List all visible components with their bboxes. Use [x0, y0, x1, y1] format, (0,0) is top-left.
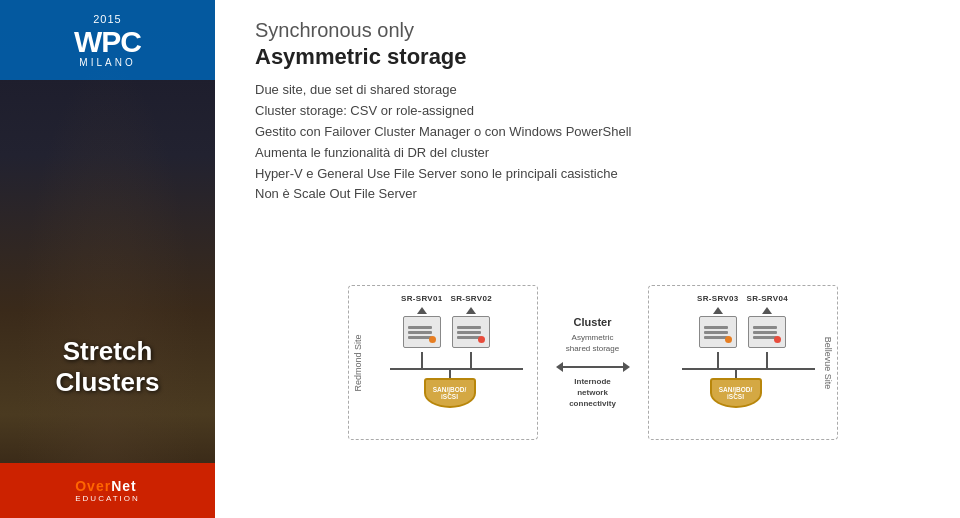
logo-city: MILANO [79, 57, 135, 68]
cluster-sub-text: Asymmetric shared storage [566, 333, 619, 353]
connector-line-srv04 [766, 352, 768, 368]
cluster-label: Cluster [574, 316, 612, 328]
internode-text: Internode network connectivity [569, 377, 616, 408]
arrow-down-srv02 [466, 307, 476, 314]
server-col-srv03: SR-SRV03 [697, 294, 738, 368]
bellevue-label: Bellevue Site [823, 336, 833, 389]
stretch-line1: Stretch [0, 336, 215, 367]
diagram-area: Redmond Site SR-SRV01 [255, 217, 930, 508]
asymmetric-label: Asymmetric storage [255, 44, 930, 70]
bullet-6: Non è Scale Out File Server [255, 184, 930, 205]
diagram-wrapper: Redmond Site SR-SRV01 [255, 285, 930, 440]
server-dot-srv02 [478, 336, 485, 343]
overnet-sub: EDUCATION [75, 494, 140, 503]
logo-wpc: WPC [74, 27, 141, 57]
left-storage: SAN/jBOD/ iSCSI [374, 370, 526, 408]
synchronous-label: Synchronous only [255, 18, 930, 42]
logo-year: 2015 [93, 13, 121, 25]
connector-line-srv02 [470, 352, 472, 368]
server-icon-srv04 [748, 316, 786, 348]
server-col-srv01: SR-SRV01 [401, 294, 442, 368]
arrow-down-srv03 [713, 307, 723, 314]
right-panel: Synchronous only Asymmetric storage Due … [215, 0, 960, 518]
srv04-label: SR-SRV04 [747, 294, 788, 303]
server-col-srv04: SR-SRV04 [747, 294, 788, 368]
server-dot-srv03 [725, 336, 732, 343]
srv01-label: SR-SRV01 [401, 294, 442, 303]
storage-icon-right: SAN/jBOD/ iSCSI [710, 378, 762, 408]
bullet-4: Aumenta le funzionalità di DR del cluste… [255, 143, 930, 164]
redmond-site-box: Redmond Site SR-SRV01 [348, 285, 538, 440]
bullet-3: Gestito con Failover Cluster Manager o c… [255, 122, 930, 143]
content-bullets: Due site, due set di shared storage Clus… [255, 80, 930, 205]
server-icon-srv01 [403, 316, 441, 348]
overnet-logo: OverNet EDUCATION [0, 463, 215, 518]
arrow-right-icon [623, 362, 630, 372]
connector-line-srv03 [717, 352, 719, 368]
bullet-2: Cluster storage: CSV or role-assigned [255, 101, 930, 122]
logo-area: 2015 WPC MILANO [0, 0, 215, 80]
middle-section: Cluster Asymmetric shared storage Intern… [538, 285, 648, 440]
redmond-label: Redmond Site [353, 334, 363, 391]
right-servers: SR-SRV03 [697, 294, 788, 368]
server-col-srv02: SR-SRV02 [451, 294, 492, 368]
server-dot-srv04 [774, 336, 781, 343]
cluster-sub: Asymmetric shared storage [566, 332, 619, 354]
connector-line-srv01 [421, 352, 423, 368]
internode-label: Internode network connectivity [569, 376, 616, 410]
arrow-left-icon [556, 362, 563, 372]
arrows-row [556, 362, 630, 372]
arrow-down-srv04 [762, 307, 772, 314]
content-header: Synchronous only Asymmetric storage [255, 18, 930, 70]
server-icon-srv02 [452, 316, 490, 348]
bullet-1: Due site, due set di shared storage [255, 80, 930, 101]
bullet-5: Hyper-V e General Use File Server sono l… [255, 164, 930, 185]
left-servers: SR-SRV01 [401, 294, 492, 368]
arrow-down-srv01 [417, 307, 427, 314]
storage-icon-left: SAN/jBOD/ iSCSI [424, 378, 476, 408]
bellevue-site-box: SR-SRV03 [648, 285, 838, 440]
stretch-line2: Clusters [0, 367, 215, 398]
arrow-line-center [563, 366, 623, 368]
stretch-title: Stretch Clusters [0, 336, 215, 398]
server-icon-srv03 [699, 316, 737, 348]
left-panel: 2015 WPC MILANO Stretch Clusters OverNet… [0, 0, 215, 518]
overnet-name: OverNet [75, 478, 140, 494]
srv03-label: SR-SRV03 [697, 294, 738, 303]
srv02-label: SR-SRV02 [451, 294, 492, 303]
right-storage: SAN/jBOD/ iSCSI [660, 370, 812, 408]
server-dot-srv01 [429, 336, 436, 343]
